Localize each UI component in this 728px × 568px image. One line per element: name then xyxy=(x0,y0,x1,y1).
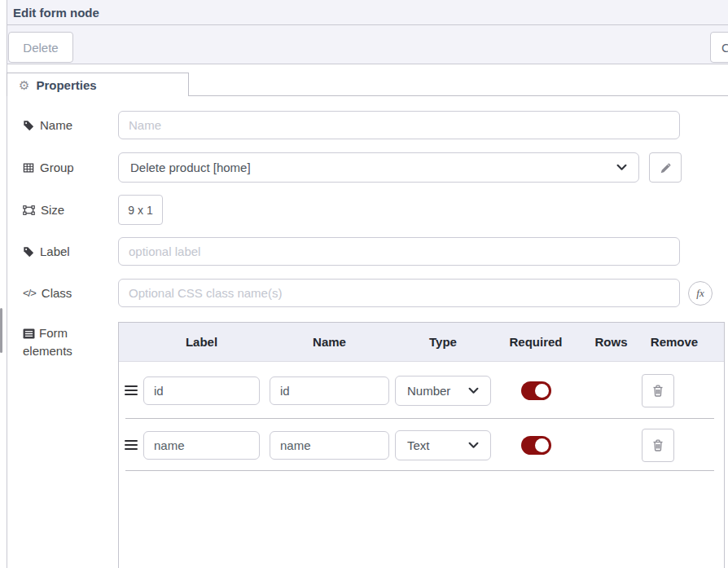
class-label: </> Class xyxy=(23,286,114,300)
cancel-button[interactable]: Cancel xyxy=(710,32,728,63)
edit-form-node-dialog: Edit form node Delete Cancel ⚙ Propertie… xyxy=(0,0,728,568)
class-row: </> Class fx xyxy=(0,279,728,307)
name-row: Name xyxy=(0,111,728,139)
size-row: Size 9 x 1 xyxy=(0,195,728,225)
col-header-rows: Rows xyxy=(581,335,642,349)
toggle-knob xyxy=(535,438,549,452)
col-header-name: Name xyxy=(270,335,389,349)
group-select-value: Delete product [home] xyxy=(130,161,251,174)
chevron-down-icon xyxy=(468,442,479,449)
table-row: Number xyxy=(119,362,724,419)
label-label: Label xyxy=(23,244,114,258)
list-icon xyxy=(23,328,35,339)
chevron-down-icon xyxy=(616,164,627,171)
code-icon: </> xyxy=(23,287,36,299)
element-type-select[interactable]: Text xyxy=(395,430,491,460)
element-type-value: Number xyxy=(407,384,450,398)
dialog-header: Edit form node xyxy=(7,0,728,25)
tab-row-divider xyxy=(189,95,728,96)
table-icon xyxy=(23,162,34,174)
drag-handle-icon[interactable] xyxy=(125,438,138,452)
class-input[interactable] xyxy=(118,279,680,307)
table-header-row: Label Name Type Required Rows Remove xyxy=(119,323,724,362)
group-select[interactable]: Delete product [home] xyxy=(118,152,639,183)
col-header-remove: Remove xyxy=(642,335,707,349)
edit-group-button[interactable] xyxy=(649,152,682,183)
tab-properties-label: Properties xyxy=(36,78,96,92)
trash-icon xyxy=(651,438,664,452)
label-input[interactable] xyxy=(118,237,680,266)
tag-icon xyxy=(23,246,34,258)
form-elements-table: Label Name Type Required Rows Remove Num… xyxy=(118,322,725,568)
size-label: Size xyxy=(23,203,114,217)
toggle-knob xyxy=(535,384,549,398)
delete-button[interactable]: Delete xyxy=(8,32,73,63)
col-header-label: Label xyxy=(143,335,260,349)
group-row: Group Delete product [home] xyxy=(0,152,728,183)
required-toggle[interactable] xyxy=(521,436,551,455)
drag-handle-icon[interactable] xyxy=(125,383,138,398)
left-scrollbar-thumb[interactable] xyxy=(0,308,2,353)
pencil-icon xyxy=(660,161,672,174)
col-header-required: Required xyxy=(491,335,581,349)
remove-element-button[interactable] xyxy=(642,374,674,407)
element-type-value: Text xyxy=(407,438,430,452)
chevron-down-icon xyxy=(468,387,479,394)
element-label-input[interactable] xyxy=(143,431,260,460)
size-button[interactable]: 9 x 1 xyxy=(118,195,163,225)
gear-icon: ⚙ xyxy=(19,79,29,91)
object-group-icon xyxy=(23,205,35,216)
dialog-title: Edit form node xyxy=(13,6,99,20)
group-label: Group xyxy=(23,161,114,174)
required-toggle[interactable] xyxy=(521,381,551,400)
remove-element-button[interactable] xyxy=(642,429,674,462)
col-header-type: Type xyxy=(395,335,491,349)
label-row: Label xyxy=(0,237,728,266)
name-input[interactable] xyxy=(118,111,680,139)
tag-icon xyxy=(23,120,34,131)
element-type-select[interactable]: Number xyxy=(395,376,491,406)
form-elements-label: Form elements xyxy=(23,324,91,360)
expression-button[interactable]: fx xyxy=(688,281,713,306)
element-name-input[interactable] xyxy=(270,431,389,460)
element-name-input[interactable] xyxy=(270,376,389,405)
trash-icon xyxy=(651,384,664,398)
table-row: Text xyxy=(119,419,724,471)
row-divider xyxy=(125,470,714,471)
dialog-toolbar: Delete Cancel xyxy=(7,25,728,64)
tab-properties[interactable]: ⚙ Properties xyxy=(7,73,189,96)
element-label-input[interactable] xyxy=(143,376,260,405)
name-label: Name xyxy=(23,118,114,132)
